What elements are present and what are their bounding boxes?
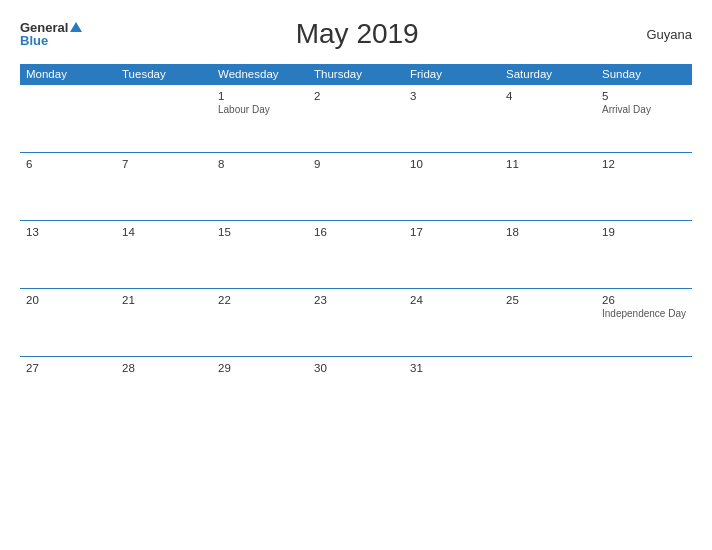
day-number: 27 <box>26 362 110 374</box>
calendar-cell: 16 <box>308 221 404 289</box>
logo-blue-text: Blue <box>20 34 82 47</box>
calendar-cell <box>596 357 692 425</box>
calendar-cell: 8 <box>212 153 308 221</box>
day-number: 7 <box>122 158 206 170</box>
day-number: 6 <box>26 158 110 170</box>
weekday-header-wednesday: Wednesday <box>212 64 308 85</box>
day-number: 10 <box>410 158 494 170</box>
day-number: 8 <box>218 158 302 170</box>
day-number: 14 <box>122 226 206 238</box>
logo-triangle-icon <box>70 22 82 32</box>
day-number: 22 <box>218 294 302 306</box>
calendar-cell <box>500 357 596 425</box>
holiday-label: Labour Day <box>218 104 302 115</box>
calendar-cell: 20 <box>20 289 116 357</box>
weekday-header-thursday: Thursday <box>308 64 404 85</box>
calendar-title: May 2019 <box>82 18 632 50</box>
day-number: 1 <box>218 90 302 102</box>
day-number: 9 <box>314 158 398 170</box>
calendar-cell: 2 <box>308 85 404 153</box>
day-number: 25 <box>506 294 590 306</box>
calendar-cell: 18 <box>500 221 596 289</box>
calendar-cell: 5Arrival Day <box>596 85 692 153</box>
weekday-header-sunday: Sunday <box>596 64 692 85</box>
day-number: 24 <box>410 294 494 306</box>
weekday-header-saturday: Saturday <box>500 64 596 85</box>
calendar-cell: 29 <box>212 357 308 425</box>
holiday-label: Independence Day <box>602 308 686 319</box>
day-number: 16 <box>314 226 398 238</box>
calendar-cell: 10 <box>404 153 500 221</box>
day-number: 23 <box>314 294 398 306</box>
calendar-week-4: 20212223242526Independence Day <box>20 289 692 357</box>
day-number: 4 <box>506 90 590 102</box>
day-number: 29 <box>218 362 302 374</box>
day-number: 12 <box>602 158 686 170</box>
day-number: 2 <box>314 90 398 102</box>
day-number: 28 <box>122 362 206 374</box>
weekday-header-row: MondayTuesdayWednesdayThursdayFridaySatu… <box>20 64 692 85</box>
day-number: 15 <box>218 226 302 238</box>
calendar-cell: 19 <box>596 221 692 289</box>
calendar-cell: 23 <box>308 289 404 357</box>
calendar-cell: 1Labour Day <box>212 85 308 153</box>
logo: General Blue <box>20 21 82 47</box>
calendar-header: MondayTuesdayWednesdayThursdayFridaySatu… <box>20 64 692 85</box>
calendar-cell: 13 <box>20 221 116 289</box>
calendar-cell: 15 <box>212 221 308 289</box>
calendar-cell: 6 <box>20 153 116 221</box>
day-number: 13 <box>26 226 110 238</box>
calendar-page: General Blue May 2019 Guyana MondayTuesd… <box>0 0 712 550</box>
calendar-cell: 30 <box>308 357 404 425</box>
day-number: 30 <box>314 362 398 374</box>
calendar-cell: 17 <box>404 221 500 289</box>
calendar-cell: 7 <box>116 153 212 221</box>
day-number: 26 <box>602 294 686 306</box>
calendar-cell: 27 <box>20 357 116 425</box>
day-number: 11 <box>506 158 590 170</box>
header: General Blue May 2019 Guyana <box>20 18 692 50</box>
day-number: 19 <box>602 226 686 238</box>
calendar-cell: 25 <box>500 289 596 357</box>
calendar-week-2: 6789101112 <box>20 153 692 221</box>
day-number: 20 <box>26 294 110 306</box>
day-number: 3 <box>410 90 494 102</box>
calendar-cell: 24 <box>404 289 500 357</box>
calendar-cell: 28 <box>116 357 212 425</box>
calendar-cell: 21 <box>116 289 212 357</box>
calendar-cell <box>20 85 116 153</box>
calendar-week-1: 1Labour Day2345Arrival Day <box>20 85 692 153</box>
calendar-cell: 3 <box>404 85 500 153</box>
country-label: Guyana <box>632 27 692 42</box>
calendar-cell: 12 <box>596 153 692 221</box>
day-number: 21 <box>122 294 206 306</box>
holiday-label: Arrival Day <box>602 104 686 115</box>
calendar-cell: 4 <box>500 85 596 153</box>
calendar-cell: 14 <box>116 221 212 289</box>
calendar-table: MondayTuesdayWednesdayThursdayFridaySatu… <box>20 64 692 425</box>
calendar-cell <box>116 85 212 153</box>
calendar-cell: 31 <box>404 357 500 425</box>
weekday-header-monday: Monday <box>20 64 116 85</box>
weekday-header-friday: Friday <box>404 64 500 85</box>
calendar-week-3: 13141516171819 <box>20 221 692 289</box>
calendar-cell: 11 <box>500 153 596 221</box>
calendar-cell: 22 <box>212 289 308 357</box>
calendar-cell: 26Independence Day <box>596 289 692 357</box>
calendar-week-5: 2728293031 <box>20 357 692 425</box>
day-number: 17 <box>410 226 494 238</box>
day-number: 31 <box>410 362 494 374</box>
calendar-body: 1Labour Day2345Arrival Day67891011121314… <box>20 85 692 425</box>
day-number: 5 <box>602 90 686 102</box>
weekday-header-tuesday: Tuesday <box>116 64 212 85</box>
day-number: 18 <box>506 226 590 238</box>
calendar-cell: 9 <box>308 153 404 221</box>
